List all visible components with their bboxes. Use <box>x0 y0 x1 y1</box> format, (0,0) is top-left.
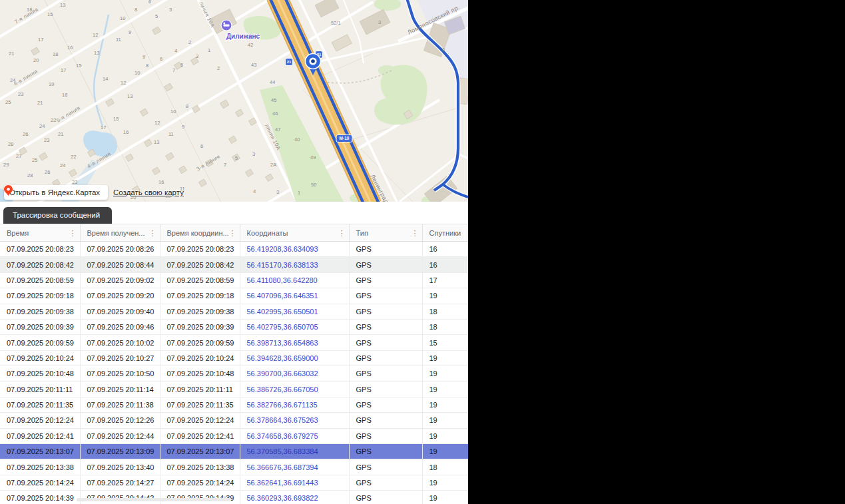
cell-time: 07.09.2025 20:12:24 <box>0 413 80 428</box>
house-number-label: 26 <box>23 131 28 137</box>
cell-type: GPS <box>349 444 422 459</box>
column-header-5[interactable]: Тип⋮ <box>349 224 422 242</box>
hotel-poi-icon[interactable] <box>221 20 232 31</box>
column-header-4[interactable]: Координаты⋮ <box>240 224 349 242</box>
house-number-label: 7 <box>172 67 175 73</box>
column-header-6[interactable]: Спутники <box>422 224 468 242</box>
coords-link[interactable]: 56.394628,36.659000 <box>247 354 318 362</box>
column-header-label: Время коордиин... <box>167 229 229 237</box>
cell-coord_time: 07.09.2025 20:13:07 <box>160 444 240 459</box>
table-row[interactable]: 07.09.2025 20:08:4207.09.2025 20:08:4407… <box>0 257 468 272</box>
table-row[interactable]: 07.09.2025 20:13:3807.09.2025 20:13:4007… <box>0 459 468 475</box>
coords-link[interactable]: 56.360293,36.693822 <box>247 494 318 502</box>
table-row[interactable]: 07.09.2025 20:10:4807.09.2025 20:10:5007… <box>0 366 468 381</box>
coords-link[interactable]: 56.415170,36.638133 <box>247 261 318 269</box>
coords-link[interactable]: 56.419208,36.634093 <box>247 245 318 253</box>
coords-link[interactable]: 56.407096,36.646351 <box>247 292 318 300</box>
table-row[interactable]: 07.09.2025 20:14:3907.09.2025 20:14:4207… <box>0 491 468 504</box>
cell-coords: 56.370585,36.683384 <box>240 444 349 459</box>
house-number-label: 52/1 <box>331 20 341 26</box>
house-number-label: 43 <box>251 62 256 68</box>
map-canvas[interactable]: 7-я линия6-я линия5-я линия4-я линия3-я … <box>0 0 468 202</box>
column-menu-icon[interactable]: ⋮ <box>149 228 156 237</box>
map-actions: Открыть в Яндекс.Картах Создать свою кар… <box>4 185 184 200</box>
column-menu-icon[interactable]: ⋮ <box>412 228 419 237</box>
table-row[interactable]: 07.09.2025 20:11:1107.09.2025 20:11:1407… <box>0 381 468 397</box>
house-number-label: 5 <box>180 62 183 68</box>
cell-received: 07.09.2025 20:12:44 <box>80 428 160 443</box>
cell-received: 07.09.2025 20:09:02 <box>80 272 160 288</box>
column-menu-icon[interactable]: ⋮ <box>338 228 346 237</box>
column-menu-icon[interactable]: ⋮ <box>229 228 236 237</box>
table-row[interactable]: 07.09.2025 20:11:3507.09.2025 20:11:3807… <box>0 397 468 412</box>
column-header-2[interactable]: Время получен...⋮ <box>80 224 160 242</box>
house-number-label: 9 <box>142 54 145 60</box>
table-header-row: Время⋮Время получен...⋮Время коордиин...… <box>0 224 468 242</box>
cell-coord_time: 07.09.2025 20:09:39 <box>160 319 240 334</box>
column-menu-icon[interactable]: ⋮ <box>69 228 77 237</box>
table-row[interactable]: 07.09.2025 20:14:2407.09.2025 20:14:2707… <box>0 475 468 490</box>
table-row[interactable]: 07.09.2025 20:09:5907.09.2025 20:10:0207… <box>0 335 468 350</box>
house-number-label: 6 <box>148 0 151 5</box>
house-number-label: 12 <box>154 120 160 126</box>
house-number-label: 9 <box>129 29 131 35</box>
cell-satellites: 19 <box>422 366 468 381</box>
column-header-3[interactable]: Время коордиин...⋮ <box>160 224 240 242</box>
message-trace-table: Время⋮Время получен...⋮Время коордиин...… <box>0 224 468 504</box>
tab-bar: Трассировка сообщений <box>0 202 468 224</box>
house-number-label: 24 <box>39 123 45 129</box>
table-row[interactable]: 07.09.2025 20:09:1807.09.2025 20:09:2007… <box>0 288 468 304</box>
cell-time: 07.09.2025 20:10:48 <box>0 366 80 381</box>
cell-coords: 56.402795,36.650705 <box>240 319 349 334</box>
table-row[interactable]: 07.09.2025 20:09:3807.09.2025 20:09:4007… <box>0 304 468 319</box>
coords-link[interactable]: 56.374658,36.679275 <box>247 432 318 440</box>
table-row[interactable]: 07.09.2025 20:08:2307.09.2025 20:08:2607… <box>0 242 468 257</box>
house-number-label: 15 <box>113 116 119 122</box>
house-number-label: 22 <box>51 117 56 123</box>
create-own-map-link[interactable]: Создать свою карту <box>113 188 184 196</box>
house-number-label: 3 <box>252 151 255 157</box>
cell-coords: 56.415170,36.638133 <box>240 257 349 272</box>
table-row[interactable]: 07.09.2025 20:13:0707.09.2025 20:13:0907… <box>0 444 468 459</box>
cell-type: GPS <box>349 319 422 334</box>
coords-link[interactable]: 56.366676,36.687394 <box>247 463 318 471</box>
cell-satellites: 18 <box>422 459 468 475</box>
coords-link[interactable]: 56.411080,36.642280 <box>247 276 318 284</box>
coords-link[interactable]: 56.382766,36.671135 <box>247 401 318 409</box>
column-header-label: Спутники <box>429 229 461 237</box>
cell-satellites: 18 <box>422 319 468 334</box>
offscreen-area <box>468 0 845 504</box>
table-row[interactable]: 07.09.2025 20:12:2407.09.2025 20:12:2607… <box>0 413 468 428</box>
coords-link[interactable]: 56.362641,36.691443 <box>247 479 318 487</box>
coords-link[interactable]: 56.398713,36.654863 <box>247 339 318 347</box>
column-header-1[interactable]: Время⋮ <box>0 224 80 242</box>
house-number-label: 49 <box>310 154 316 160</box>
coords-link[interactable]: 56.378664,36.675263 <box>247 416 318 424</box>
house-number-label: 8 <box>146 63 148 69</box>
table-row[interactable]: 07.09.2025 20:10:2407.09.2025 20:10:2707… <box>0 350 468 366</box>
house-number-label: 10 <box>135 70 140 76</box>
house-number-label: 18 <box>62 92 67 98</box>
house-number-label: 10 <box>120 15 125 21</box>
cell-satellites: 16 <box>422 242 468 257</box>
coords-link[interactable]: 56.386726,36.667050 <box>247 385 318 393</box>
coords-link[interactable]: 56.390700,36.663032 <box>247 370 318 378</box>
house-number-label: 8 <box>135 7 137 13</box>
coords-link[interactable]: 56.402995,36.650501 <box>247 308 318 316</box>
house-number-label: 17 <box>101 125 106 130</box>
coords-link[interactable]: 56.402795,36.650705 <box>247 323 318 331</box>
house-number-label: 5 <box>235 155 238 161</box>
map-container: 7-я линия6-я линия5-я линия4-я линия3-я … <box>0 0 468 202</box>
coords-link[interactable]: 56.370585,36.683384 <box>247 447 318 455</box>
horizontal-scrollbar[interactable] <box>77 498 231 501</box>
cell-time: 07.09.2025 20:09:18 <box>0 288 80 304</box>
tab-message-trace[interactable]: Трассировка сообщений <box>3 207 112 224</box>
cell-time: 07.09.2025 20:09:59 <box>0 335 80 350</box>
cell-type: GPS <box>349 381 422 397</box>
table-row[interactable]: 07.09.2025 20:08:5907.09.2025 20:09:0207… <box>0 272 468 288</box>
cell-received: 07.09.2025 20:13:09 <box>80 444 160 459</box>
open-in-yandex-maps-button[interactable]: Открыть в Яндекс.Картах <box>4 185 108 200</box>
table-row[interactable]: 07.09.2025 20:09:3907.09.2025 20:09:4607… <box>0 319 468 334</box>
table-row[interactable]: 07.09.2025 20:12:4107.09.2025 20:12:4407… <box>0 428 468 443</box>
cell-coords: 56.378664,36.675263 <box>240 413 349 428</box>
